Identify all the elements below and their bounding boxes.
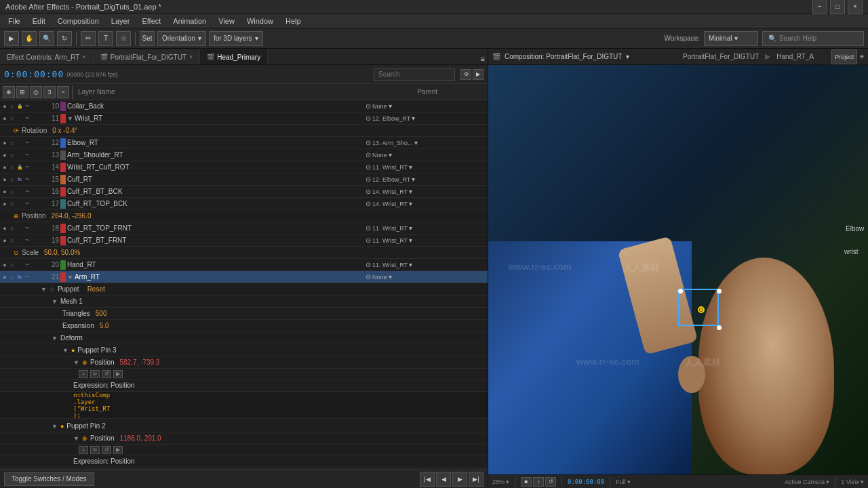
next-frame-btn[interactable]: ▶| [469, 472, 484, 487]
eye-icon[interactable] [1, 237, 8, 244]
eye-icon[interactable] [1, 103, 8, 110]
layer-parent-19[interactable]: ⊙ 11. Wrist_RT ▾ [366, 237, 447, 244]
menu-window[interactable]: Window [241, 16, 279, 26]
layer-parent-16[interactable]: ⊙ 14. Wrist_RT ▾ [366, 188, 447, 195]
solo-icon[interactable] [9, 115, 16, 122]
project-btn[interactable]: Project [831, 49, 857, 64]
layer-parent-10[interactable]: ⊙ None ▾ [366, 102, 447, 110]
eye-icon[interactable] [1, 201, 8, 207]
layer-parent-14[interactable]: ⊙ 11. Wrist_RT ▾ [366, 163, 447, 171]
tab-close-icon[interactable]: × [82, 54, 85, 60]
eye-icon[interactable] [1, 164, 8, 171]
motion-blur-btn[interactable]: ◎ [30, 86, 42, 98]
fx-icon[interactable]: fx [16, 274, 23, 281]
solo-icon[interactable] [9, 237, 16, 244]
eye-icon[interactable] [1, 188, 8, 195]
play-btn[interactable]: ▶ [452, 472, 467, 487]
puppet-reset-btn[interactable]: Reset [87, 285, 105, 293]
expr-graph-btn-2[interactable]: ⊳ [90, 446, 100, 454]
expand-icon-21[interactable]: ▼ [67, 274, 73, 281]
tab-portrait-flat[interactable]: 🎬 PortraitFlat_For_DIGTUT × [94, 49, 201, 64]
lock-icon[interactable] [16, 164, 23, 171]
menu-file[interactable]: File [3, 16, 26, 26]
menu-effect[interactable]: Effect [136, 16, 166, 26]
tool-pen[interactable]: ✏ [81, 31, 96, 46]
solo-icon[interactable] [9, 152, 16, 159]
close-button[interactable]: × [848, 0, 863, 14]
panel-menu-icon[interactable]: ≡ [860, 53, 864, 60]
expand-puppet-icon[interactable]: ▼ [41, 286, 47, 293]
tool-set[interactable]: Set [140, 31, 155, 46]
panel-menu-button[interactable]: ≡ [478, 54, 488, 64]
status-audio-btn[interactable]: ♪ [533, 477, 544, 487]
guides-btn[interactable]: ⊞ [16, 86, 28, 98]
shy-icon[interactable] [24, 188, 31, 195]
solo-icon[interactable] [9, 103, 16, 110]
solo-icon[interactable] [9, 140, 16, 146]
shy-icon[interactable] [24, 237, 31, 244]
breadcrumb-item-2[interactable]: Hand_RT_A [776, 53, 814, 60]
tool-hand[interactable]: ✋ [22, 31, 37, 46]
shy-btn[interactable]: ~ [57, 86, 69, 98]
expand-icon-11[interactable]: ▼ [67, 115, 73, 122]
orientation-dropdown[interactable]: Orientation ▾ [157, 31, 206, 46]
tool-puppet[interactable]: ☆ [116, 31, 131, 46]
tool-select[interactable]: ▶ [4, 31, 19, 46]
layer-parent-13[interactable]: ⊙ None ▾ [366, 151, 447, 159]
layer-parent-11[interactable]: ⊙ 12. Elbow_RT ▾ [366, 115, 447, 122]
layer-search-input[interactable] [374, 68, 455, 81]
tab-head-primary[interactable]: 🎬 Head_Primary [200, 49, 268, 64]
eye-icon[interactable] [1, 140, 8, 146]
expr-graph-btn[interactable]: ⊳ [90, 370, 100, 378]
eye-icon[interactable] [1, 115, 8, 122]
shy-icon[interactable] [24, 140, 31, 146]
shy-icon[interactable] [24, 225, 31, 232]
layer-parent-18[interactable]: ⊙ 11. Wrist_RT ▾ [366, 224, 447, 232]
eye-icon[interactable] [1, 225, 8, 232]
expand-pin3-pos-icon[interactable]: ▼ [73, 359, 79, 366]
expand-pin2-pos-icon[interactable]: ▼ [73, 435, 79, 442]
status-refresh-btn[interactable]: ↺ [545, 477, 556, 487]
search-help-input[interactable]: 🔍 Search Help [762, 31, 864, 46]
solo-icon[interactable] [9, 225, 16, 232]
expr-reset-btn-2[interactable]: ↺ [102, 446, 111, 454]
solo-icon[interactable] [9, 262, 16, 268]
shy-icon[interactable] [24, 115, 31, 122]
quality-selector[interactable]: Full ▾ [616, 479, 631, 485]
3d-btn[interactable]: 3 [43, 86, 56, 98]
expand-deform-icon[interactable]: ▼ [52, 335, 58, 342]
expand-mesh-icon[interactable]: ▼ [52, 298, 58, 305]
expr-equals-btn[interactable]: = [79, 370, 88, 378]
comp-settings-btn[interactable]: ⚙ [460, 69, 471, 80]
shy-icon[interactable] [24, 152, 31, 159]
breadcrumb-item-1[interactable]: PortraitFlat_For_DIGTUT [683, 53, 759, 60]
menu-view[interactable]: View [213, 16, 240, 26]
menu-edit[interactable]: Edit [27, 16, 51, 26]
maximize-button[interactable]: □ [830, 0, 845, 14]
tool-rotate[interactable]: ↻ [57, 31, 72, 46]
shy-icon[interactable] [24, 176, 31, 183]
shy-icon[interactable] [24, 201, 31, 207]
menu-layer[interactable]: Layer [106, 16, 136, 26]
toggle-switches-modes-btn[interactable]: Toggle Switches / Modes [4, 472, 94, 486]
eye-icon[interactable] [1, 176, 8, 183]
3d-layers-dropdown[interactable]: for 3D layers ▾ [209, 31, 263, 46]
tool-zoom[interactable]: 🔍 [39, 31, 54, 46]
expand-pin3-icon[interactable]: ▼ [62, 347, 68, 354]
expand-pin2-icon[interactable]: ▼ [52, 423, 58, 430]
shy-icon[interactable] [24, 274, 31, 281]
zoom-display[interactable]: 25% ▾ [492, 479, 509, 485]
minimize-button[interactable]: − [812, 0, 827, 14]
layer-parent-17[interactable]: ⊙ 14. Wrist_RT ▾ [366, 200, 447, 207]
layer-parent-21[interactable]: ⊙ None ▾ [366, 273, 447, 281]
tab-effect-controls[interactable]: Effect Controls: Arm_RT × [0, 49, 94, 64]
arm-viewport[interactable]: www.rr-sc.com 人人素材 www.rr-sc.com 人人素材 El… [488, 65, 868, 474]
comp-view[interactable]: www.rr-sc.com 人人素材 www.rr-sc.com 人人素材 El… [488, 65, 868, 474]
solo-icon[interactable] [9, 188, 16, 195]
menu-help[interactable]: Help [280, 16, 307, 26]
menu-composition[interactable]: Composition [52, 16, 104, 26]
layer-parent-12[interactable]: ⊙ 13. Arm_Sho... ▾ [366, 139, 447, 146]
fx-icon[interactable]: fx [16, 176, 23, 183]
eye-icon[interactable] [1, 152, 8, 159]
active-camera-selector[interactable]: Active Camera ▾ [785, 479, 829, 485]
